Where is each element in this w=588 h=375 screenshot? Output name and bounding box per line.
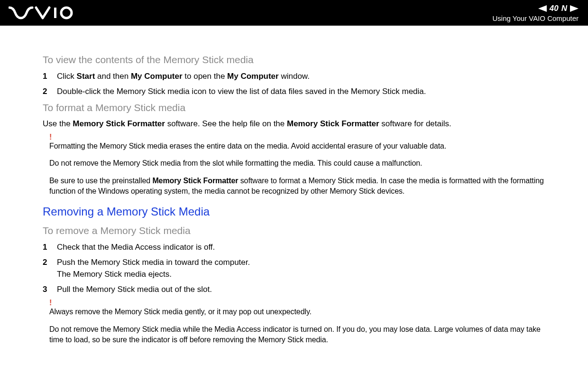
svg-rect-0 xyxy=(54,8,56,18)
numbered-step: 2Push the Memory Stick media in toward t… xyxy=(43,256,555,281)
vaio-logo xyxy=(9,0,80,26)
numbered-step: 2Double-click the Memory Stick media ico… xyxy=(43,85,555,98)
warning-block: ! Formatting the Memory Stick media eras… xyxy=(49,133,555,197)
warning-text: Formatting the Memory Stick media erases… xyxy=(49,141,555,151)
warning-text: Always remove the Memory Stick media gen… xyxy=(49,307,555,317)
page-content: To view the contents of the Memory Stick… xyxy=(0,26,588,362)
next-page-arrow-icon[interactable] xyxy=(570,5,579,12)
n-label: N xyxy=(561,4,567,13)
step-text: Check that the Media Access indicator is… xyxy=(57,241,215,253)
header-right: 40 N Using Your VAIO Computer xyxy=(493,4,579,22)
page-header: 40 N Using Your VAIO Computer xyxy=(0,0,588,26)
header-subtitle: Using Your VAIO Computer xyxy=(493,14,579,22)
warning-text: Do not remove the Memory Stick media whi… xyxy=(49,324,555,346)
step-number: 2 xyxy=(43,85,48,98)
svg-marker-2 xyxy=(538,5,547,12)
prev-page-arrow-icon[interactable] xyxy=(538,5,547,12)
numbered-step: 1Click Start and then My Computer to ope… xyxy=(43,70,555,83)
step-text: Double-click the Memory Stick media icon… xyxy=(57,85,426,98)
svg-point-1 xyxy=(61,8,72,18)
step-number: 3 xyxy=(43,283,48,296)
warning-text: Do not remove the Memory Stick media fro… xyxy=(49,158,555,169)
step-number: 2 xyxy=(43,256,48,281)
svg-marker-3 xyxy=(570,5,579,12)
step-text: Pull the Memory Stick media out of the s… xyxy=(57,283,212,296)
section-heading-major: Removing a Memory Stick Media xyxy=(43,205,555,218)
step-number: 1 xyxy=(43,70,48,83)
warning-icon: ! xyxy=(49,299,555,307)
numbered-step: 1Check that the Media Access indicator i… xyxy=(43,241,555,253)
section-heading: To view the contents of the Memory Stick… xyxy=(43,54,555,66)
warning-text: Be sure to use the preinstalled Memory S… xyxy=(49,176,555,197)
paragraph: Use the Memory Stick Formatter software.… xyxy=(43,118,555,130)
warning-block: ! Always remove the Memory Stick media g… xyxy=(49,299,555,345)
step-text: Click Start and then My Computer to open… xyxy=(57,70,310,83)
page-nav: 40 N xyxy=(538,4,579,13)
section-heading: To remove a Memory Stick media xyxy=(43,225,555,236)
page-number: 40 xyxy=(550,4,559,13)
step-number: 1 xyxy=(43,241,48,253)
section-heading: To format a Memory Stick media xyxy=(43,102,555,113)
step-text: Push the Memory Stick media in toward th… xyxy=(57,256,250,281)
warning-icon: ! xyxy=(49,133,555,141)
numbered-step: 3Pull the Memory Stick media out of the … xyxy=(43,283,555,296)
